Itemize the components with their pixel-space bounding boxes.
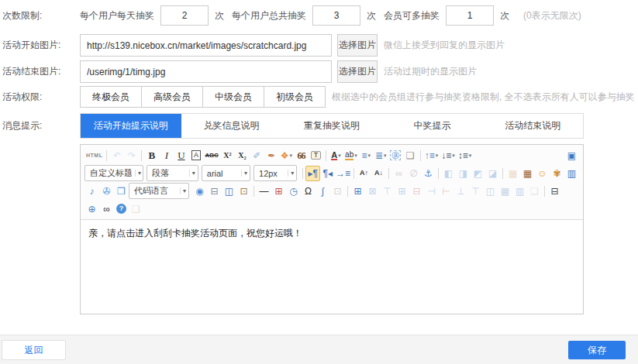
paragraph-space-bottom-icon[interactable]: ↓≡▾ <box>440 148 457 163</box>
toolbar-separator <box>106 150 107 161</box>
bold-icon[interactable]: B <box>144 148 159 163</box>
indent-icon[interactable]: →≡ <box>335 166 351 181</box>
remove-format-icon[interactable]: ✐ <box>250 148 264 163</box>
member-option-junior[interactable]: 初级会员 <box>264 86 326 108</box>
html-source-button[interactable]: HTML <box>84 148 104 163</box>
doodle-icon[interactable]: ✾ <box>550 166 564 181</box>
end-image-input[interactable] <box>80 60 332 83</box>
anchor-icon[interactable]: ⚓ <box>421 166 436 181</box>
end-image-pick-button[interactable]: 选择图片 <box>337 60 378 83</box>
superscript-icon[interactable]: X² <box>220 148 235 163</box>
format-brush-icon[interactable]: ✒ <box>264 148 279 163</box>
subscript-icon[interactable]: X₂ <box>235 148 250 163</box>
start-image-row: 活动开始图片: 选择图片 微信上接受到回复的显示图片 <box>2 34 638 57</box>
columns-icon[interactable]: ◫ <box>222 184 236 199</box>
font-color-icon[interactable]: A▾ <box>329 148 343 163</box>
member-option-senior[interactable]: 高级会员 <box>141 86 203 108</box>
underline-icon[interactable]: U <box>174 148 188 163</box>
total-input[interactable] <box>312 5 360 26</box>
screenshot-icon: ⊡ <box>330 184 345 199</box>
image-left-icon: ◧ <box>441 166 456 181</box>
font-size-select[interactable]: 12px▾ <box>253 165 297 181</box>
highlight-color-icon[interactable]: ab▾ <box>343 148 359 163</box>
message-tips-tab-bar: 活动开始提示说明 兑奖信息说明 重复抽奖说明 中奖提示 活动结束说明 <box>80 113 584 139</box>
toolbar-separator <box>141 150 142 161</box>
paste-doc-icon: ❑ <box>129 201 143 217</box>
rtl-icon[interactable]: ¶◂ <box>320 166 335 181</box>
code-language-select[interactable]: 代码语言▾ <box>129 183 189 199</box>
quote-doc-icon: ❏ <box>527 184 542 199</box>
map-icon[interactable]: ◉ <box>192 184 207 199</box>
limits-label: 次数限制: <box>2 9 80 22</box>
toolbar-separator <box>420 150 421 161</box>
per-day-label: 每个用户每天抽奖 <box>80 9 154 22</box>
image-right-icon: ◩ <box>471 166 485 181</box>
find-replace-icon[interactable]: ∞ <box>99 201 114 217</box>
blockquote-icon[interactable]: 66 <box>294 148 309 163</box>
font-size-down-icon[interactable]: A↓ <box>371 166 386 181</box>
redo-icon: ↷ <box>124 148 139 163</box>
ordered-list-icon[interactable]: ≡▾ <box>359 148 374 163</box>
strikethrough-icon[interactable]: ABC <box>203 148 219 163</box>
font-border-icon[interactable]: A <box>188 148 203 163</box>
special-char-icon[interactable]: Ω <box>301 184 316 199</box>
rich-text-editor: HTML↶↷BIUAABCX²X₂✐✒❖▾66TA▾ab▾≡▾≣▾ⓐ❏↑≡▾↓≡… <box>80 144 584 314</box>
back-button[interactable]: 返回 <box>2 340 66 360</box>
line-height-icon[interactable]: ↕≡▾ <box>457 148 474 163</box>
member-option-middle[interactable]: 中级会员 <box>202 86 264 108</box>
paragraph-space-top-icon[interactable]: ↑≡▾ <box>423 148 440 163</box>
formula-icon[interactable]: ∫ <box>316 184 330 199</box>
italic-icon[interactable]: I <box>159 148 174 163</box>
insert-date-icon[interactable]: ⊞ <box>271 184 286 199</box>
horizontal-rule-icon[interactable]: — <box>257 184 271 199</box>
spray-color-icon[interactable]: ❖▾ <box>279 148 294 163</box>
permissions-label: 活动权限: <box>2 91 80 104</box>
member-option-ultimate[interactable]: 终极会员 <box>80 86 142 108</box>
video-icon[interactable]: ▥ <box>564 166 579 181</box>
tab-activity-end[interactable]: 活动结束说明 <box>482 114 583 138</box>
font-family-select[interactable]: arial▾ <box>202 165 250 181</box>
paste-plain-icon[interactable]: T <box>309 148 323 163</box>
insert-doc-icon[interactable]: ❐ <box>114 184 129 199</box>
music-icon[interactable]: ♪ <box>84 184 99 199</box>
member-extra-input[interactable] <box>446 5 494 26</box>
insert-image-icon[interactable]: ▦ <box>520 166 535 181</box>
table-props-icon: ▥ <box>512 184 527 199</box>
table-title-icon: ⊤ <box>380 184 395 199</box>
blank-doc-icon[interactable]: ❏ <box>403 148 418 163</box>
save-button[interactable]: 保存 <box>568 341 626 359</box>
message-tips-row: 消息提示: 活动开始提示说明 兑奖信息说明 重复抽奖说明 中奖提示 活动结束说明 <box>2 113 638 139</box>
paragraph-select[interactable]: 段落▾ <box>147 165 198 181</box>
image-block-icon: ◪ <box>485 166 500 181</box>
start-image-pick-button[interactable]: 选择图片 <box>337 34 378 57</box>
tab-repeat-draw[interactable]: 重复抽奖说明 <box>281 114 382 138</box>
insert-time-icon[interactable]: ◷ <box>286 184 301 199</box>
ltr-icon[interactable]: ▸¶ <box>305 166 320 181</box>
font-size-up-icon[interactable]: A↑ <box>357 166 371 181</box>
pagebreak-icon[interactable]: ⊟ <box>207 184 222 199</box>
total-unit: 次 <box>367 9 376 22</box>
start-image-input[interactable] <box>80 34 332 57</box>
end-image-row: 活动结束图片: 选择图片 活动过期时的显示图片 <box>2 60 638 83</box>
snapshot-icon[interactable]: ⊡ <box>236 184 251 199</box>
per-day-input[interactable] <box>160 5 209 26</box>
message-tips-label: 消息提示: <box>2 119 80 132</box>
footer-bar: 返回 保存 <box>0 335 638 364</box>
merge-cells-icon: ◫ <box>483 184 498 199</box>
preview-icon[interactable]: ⊕ <box>84 201 99 217</box>
editor-content[interactable]: 亲，请点击进入刮刮卡抽奖活动页面，祝您好运哦！ <box>81 220 583 314</box>
emoticon-icon[interactable]: ☺ <box>535 166 550 181</box>
tab-redeem-info[interactable]: 兑奖信息说明 <box>181 114 282 138</box>
tab-win-tip[interactable]: 中奖提示 <box>382 114 483 138</box>
insert-row-below-icon: ⊟ <box>409 184 424 199</box>
attachment-icon[interactable]: ✇ <box>99 184 114 199</box>
unordered-list-icon[interactable]: ≣▾ <box>374 148 388 163</box>
anchor-box-icon[interactable]: ⓐ <box>388 148 403 163</box>
toolbar-separator <box>544 186 545 197</box>
insert-table-icon[interactable]: ⊞ <box>350 184 365 199</box>
fullscreen-icon[interactable]: ▣ <box>564 148 579 163</box>
help-icon[interactable]: ? <box>114 201 129 217</box>
tab-activity-start-tip[interactable]: 活动开始提示说明 <box>81 114 181 138</box>
custom-title-select[interactable]: 自定义标题▾ <box>84 165 143 181</box>
print-icon[interactable]: ⊟ <box>547 184 562 199</box>
